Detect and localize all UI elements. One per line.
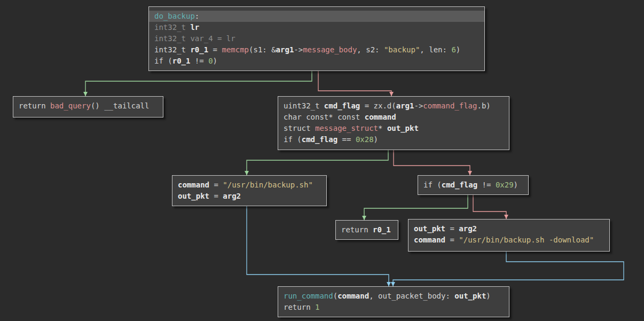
token-text: struct bbox=[284, 124, 315, 132]
code-line[interactable]: struct message_struct* out_pkt bbox=[278, 123, 509, 134]
token-text: = bbox=[209, 181, 223, 189]
code-line[interactable]: command = "/usr/bin/backup.sh" bbox=[172, 179, 326, 191]
token-var: command bbox=[365, 113, 396, 121]
graph-node-run_command_block[interactable]: run_command(command, out_packet_body: ou… bbox=[278, 286, 509, 317]
token-text: * bbox=[378, 124, 387, 132]
token-text: ( bbox=[333, 292, 337, 300]
code-line[interactable]: return 1 bbox=[278, 302, 509, 313]
code-line[interactable]: if (cmd_flag == 0x28) bbox=[278, 134, 509, 145]
token-text: char const* const bbox=[284, 113, 365, 121]
graph-node-return_bad_query[interactable]: return bad_query() __tailcall bbox=[13, 96, 163, 118]
token-text: if ( bbox=[284, 135, 302, 144]
token-var: out_pkt bbox=[387, 124, 419, 132]
token-text: ) bbox=[486, 292, 490, 300]
token-text: = bbox=[209, 192, 223, 200]
token-number: 6 bbox=[451, 45, 455, 54]
token-number: 0 bbox=[208, 57, 213, 65]
edge-entry-to-cmd_flag_block bbox=[318, 71, 391, 96]
token-text: return bbox=[284, 303, 315, 311]
token-var: r0_1 bbox=[373, 225, 391, 234]
token-text: ) bbox=[374, 135, 378, 144]
token-var: command bbox=[337, 292, 369, 300]
code-line[interactable]: int32_t r0_1 = memcmp(s1: &arg1->message… bbox=[149, 44, 484, 56]
token-text: , s2: bbox=[357, 45, 384, 54]
token-var: arg1 bbox=[276, 45, 294, 54]
token-text: = bbox=[445, 236, 459, 244]
edge-download_assign-to-run_command_block bbox=[393, 252, 624, 286]
code-line[interactable]: if (r0_1 != 0) bbox=[149, 56, 484, 67]
edge-entry-to-return_bad_query bbox=[85, 71, 312, 96]
token-var: out_pkt bbox=[414, 224, 445, 233]
token-codesym: do_backup bbox=[154, 12, 195, 20]
token-text: return bbox=[341, 225, 373, 234]
token-var: cmd_flag bbox=[442, 181, 477, 189]
code-line[interactable]: return r0_1 bbox=[336, 224, 398, 236]
token-type: message_struct bbox=[315, 124, 378, 132]
edge-backup_assign-to-run_command_block bbox=[247, 206, 389, 286]
code-line[interactable]: if (cmd_flag != 0x29) bbox=[418, 179, 528, 191]
graph-node-backup_assign[interactable]: command = "/usr/bin/backup.sh"out_pkt = … bbox=[172, 175, 327, 206]
token-var: arg1 bbox=[396, 101, 414, 110]
graph-node-download_assign[interactable]: out_pkt = arg2command = "/usr/bin/backup… bbox=[408, 219, 610, 252]
token-import: memcmp bbox=[222, 45, 249, 54]
token-field: message_body bbox=[303, 45, 357, 54]
token-text: return bbox=[19, 101, 50, 110]
token-codesym: run_command bbox=[284, 292, 333, 300]
graph-node-entry[interactable]: do_backup:int32_t lrint32_t var_4 = lrin… bbox=[148, 6, 485, 71]
code-line[interactable]: int32_t lr bbox=[149, 22, 484, 33]
token-text: ) bbox=[213, 57, 217, 65]
token-text: == bbox=[337, 135, 356, 144]
token-number: 1 bbox=[315, 303, 319, 311]
code-line[interactable]: char const* const command bbox=[278, 112, 509, 123]
code-line[interactable]: return bad_query() __tailcall bbox=[13, 100, 163, 112]
token-number: 0x28 bbox=[356, 135, 374, 144]
token-var: out_pkt bbox=[454, 292, 486, 300]
token-number: 0x29 bbox=[496, 181, 514, 189]
edge-cmd_flag_block-to-flag29_check bbox=[394, 150, 470, 175]
token-text: -> bbox=[294, 45, 303, 54]
token-var: out_pkt bbox=[178, 192, 209, 200]
token-var: cmd_flag bbox=[302, 135, 337, 144]
token-var: command bbox=[178, 181, 209, 189]
code-line[interactable]: command = "/usr/bin/backup.sh -download" bbox=[409, 234, 609, 246]
graph-node-cmd_flag_block[interactable]: uint32_t cmd_flag = zx.d(arg1->command_f… bbox=[278, 96, 509, 150]
token-text: != bbox=[190, 57, 208, 65]
token-text: ) bbox=[514, 181, 518, 189]
token-text: if ( bbox=[423, 181, 442, 189]
token-text: .b) bbox=[477, 101, 490, 110]
token-text: -> bbox=[414, 101, 423, 110]
graph-canvas[interactable]: do_backup:int32_t lrint32_t var_4 = lrin… bbox=[0, 0, 644, 321]
token-var: arg2 bbox=[459, 224, 477, 233]
token-text: : bbox=[195, 12, 199, 20]
token-text: , out_packet_body: bbox=[369, 292, 454, 300]
token-text: (s1: & bbox=[249, 45, 276, 54]
token-text: ) bbox=[456, 45, 460, 54]
code-line-selected[interactable]: do_backup: bbox=[149, 11, 484, 22]
code-line[interactable]: uint32_t cmd_flag = zx.d(arg1->command_f… bbox=[278, 100, 509, 112]
token-string: "backup" bbox=[384, 45, 420, 54]
token-text: int32_t bbox=[154, 45, 190, 54]
token-text: = bbox=[445, 224, 459, 233]
token-string: "/usr/bin/backup.sh" bbox=[223, 181, 313, 189]
graph-node-flag29_check[interactable]: if (cmd_flag != 0x29) bbox=[418, 175, 529, 195]
token-text: != bbox=[477, 181, 496, 189]
code-line[interactable]: run_command(command, out_packet_body: ou… bbox=[278, 291, 509, 302]
code-line[interactable]: out_pkt = arg2 bbox=[409, 223, 609, 234]
graph-node-return_r0[interactable]: return r0_1 bbox=[335, 220, 398, 240]
token-text: = bbox=[208, 45, 222, 54]
code-line[interactable]: int32_t var_4 = lr bbox=[149, 33, 484, 44]
edge-flag29_check-to-return_r0 bbox=[364, 195, 468, 220]
token-string: "/usr/bin/backup.sh -download" bbox=[459, 236, 594, 244]
token-text: () __tailcall bbox=[91, 101, 150, 110]
token-field: command_flag bbox=[423, 101, 477, 110]
token-var: lr bbox=[190, 23, 199, 32]
token-text: if ( bbox=[154, 57, 172, 65]
token-text: , len: bbox=[420, 45, 451, 54]
token-var: arg2 bbox=[223, 192, 241, 200]
token-dim: int32_t var_4 = lr bbox=[154, 34, 235, 43]
token-text: uint32_t bbox=[284, 101, 324, 110]
edge-flag29_check-to-download_assign bbox=[473, 195, 506, 219]
token-import: bad_query bbox=[50, 101, 91, 110]
token-var: r0_1 bbox=[172, 57, 191, 65]
code-line[interactable]: out_pkt = arg2 bbox=[172, 191, 326, 202]
